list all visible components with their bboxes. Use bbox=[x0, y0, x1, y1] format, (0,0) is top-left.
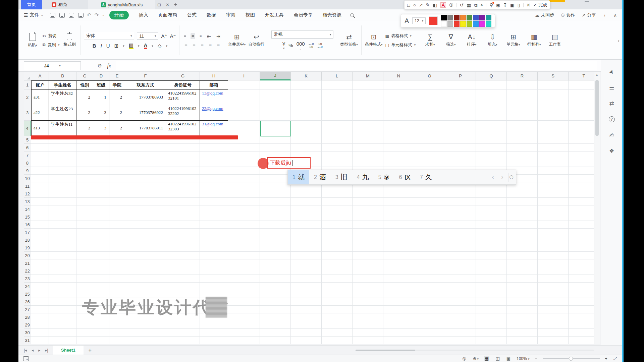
cell-B22[interactable] bbox=[49, 267, 76, 275]
cell-B3[interactable]: 学生姓名23 bbox=[49, 105, 76, 121]
cell-M15[interactable] bbox=[353, 213, 383, 221]
cell-P23[interactable] bbox=[445, 275, 476, 283]
cell-G19[interactable] bbox=[166, 244, 200, 252]
row-header-6[interactable]: 6 bbox=[24, 144, 31, 152]
menu-item-页面布局[interactable]: 页面布局 bbox=[158, 12, 177, 18]
cell-H17[interactable] bbox=[200, 229, 228, 236]
cell-G22[interactable] bbox=[166, 267, 200, 275]
cell-E11[interactable] bbox=[109, 182, 125, 190]
cell-L17[interactable] bbox=[322, 229, 353, 236]
cell-A25[interactable] bbox=[31, 290, 49, 298]
cell-O29[interactable] bbox=[414, 321, 445, 329]
font-name-select[interactable]: 宋体▾ bbox=[84, 32, 134, 40]
cell-J25[interactable] bbox=[260, 290, 291, 298]
format-painter-button[interactable]: 格式刷 bbox=[62, 34, 77, 47]
cell-R27[interactable] bbox=[507, 306, 538, 313]
cell-H9[interactable] bbox=[200, 167, 228, 175]
cell-L25[interactable] bbox=[322, 290, 353, 298]
cell-L22[interactable] bbox=[322, 267, 353, 275]
cell-Q3[interactable] bbox=[476, 105, 507, 121]
cell-S25[interactable] bbox=[538, 290, 569, 298]
cell-E29[interactable] bbox=[109, 321, 125, 329]
cell-A18[interactable] bbox=[31, 236, 49, 244]
cell-I6[interactable] bbox=[228, 144, 260, 152]
cell-O22[interactable] bbox=[414, 267, 445, 275]
cell-A27[interactable] bbox=[31, 306, 49, 313]
increase-decimal-icon[interactable]: ←.0.00 bbox=[308, 43, 314, 49]
cell-L30[interactable] bbox=[322, 329, 353, 337]
cell-D18[interactable] bbox=[93, 236, 109, 244]
distribute-button[interactable]: ≡ bbox=[216, 42, 221, 48]
column-header-I[interactable]: I bbox=[228, 72, 260, 80]
cell-S12[interactable] bbox=[538, 190, 569, 198]
cell-G18[interactable] bbox=[166, 236, 200, 244]
row-header-23[interactable]: 23 bbox=[24, 275, 31, 283]
cell-P25[interactable] bbox=[445, 290, 476, 298]
cell-O23[interactable] bbox=[414, 275, 445, 283]
cell-S26[interactable] bbox=[538, 298, 569, 306]
cell-O30[interactable] bbox=[414, 329, 445, 337]
cell-D13[interactable] bbox=[93, 198, 109, 205]
cell-S30[interactable] bbox=[538, 329, 569, 337]
cell-D29[interactable] bbox=[93, 321, 109, 329]
mosaic-icon[interactable]: ▦ bbox=[467, 3, 471, 7]
cell-O2[interactable] bbox=[414, 90, 445, 105]
palette-color-swatch[interactable] bbox=[486, 21, 491, 27]
cell-J2[interactable] bbox=[260, 90, 291, 105]
cell-Q7[interactable] bbox=[476, 152, 507, 159]
cell-G14[interactable] bbox=[166, 205, 200, 213]
cell-L19[interactable] bbox=[322, 244, 353, 252]
cell-I28[interactable] bbox=[228, 313, 260, 321]
palette-color-swatch[interactable] bbox=[447, 15, 453, 20]
cell-I14[interactable] bbox=[228, 205, 260, 213]
cell-M14[interactable] bbox=[353, 205, 383, 213]
conditional-format-button[interactable]: ⊡ 条件格式▾ bbox=[365, 34, 383, 47]
cell-I26[interactable] bbox=[228, 298, 260, 306]
menu-item-开发工具[interactable]: 开发工具 bbox=[265, 12, 284, 18]
cell-S16[interactable] bbox=[538, 221, 569, 229]
cell-D7[interactable] bbox=[93, 152, 109, 159]
horizontal-scrollbar[interactable] bbox=[356, 350, 594, 351]
cell-B9[interactable] bbox=[49, 167, 76, 175]
menu-item-插入[interactable]: 插入 bbox=[139, 12, 148, 18]
cell-Q21[interactable] bbox=[476, 259, 507, 267]
cell-A22[interactable] bbox=[31, 267, 49, 275]
ime-candidate-5[interactable]: 5⑨ bbox=[374, 170, 394, 184]
cell-O17[interactable] bbox=[414, 229, 445, 236]
cell-G20[interactable] bbox=[166, 252, 200, 259]
cell-J30[interactable] bbox=[260, 329, 291, 337]
cell-S24[interactable] bbox=[538, 283, 569, 290]
column-header-L[interactable]: L bbox=[322, 72, 353, 80]
palette-color-swatch[interactable] bbox=[479, 21, 485, 27]
cell-D21[interactable] bbox=[93, 259, 109, 267]
cell-I24[interactable] bbox=[228, 283, 260, 290]
cell-E13[interactable] bbox=[109, 198, 125, 205]
row-header-12[interactable]: 12 bbox=[24, 190, 31, 198]
cell-D15[interactable] bbox=[93, 213, 109, 221]
cell-M2[interactable] bbox=[353, 90, 383, 105]
cell-C20[interactable] bbox=[76, 252, 93, 259]
zoom-slider-knob[interactable] bbox=[569, 357, 573, 361]
cell-L3[interactable] bbox=[322, 105, 353, 121]
collaborate-button[interactable]: ⚇协作 bbox=[561, 12, 575, 18]
cell-O20[interactable] bbox=[414, 252, 445, 259]
cell-B21[interactable] bbox=[49, 259, 76, 267]
cell-L18[interactable] bbox=[322, 236, 353, 244]
tab-home[interactable]: 首页 bbox=[21, 0, 42, 9]
cell-Q24[interactable] bbox=[476, 283, 507, 290]
palette-color-swatch[interactable] bbox=[486, 15, 491, 20]
currency-icon[interactable]: ¥▾ bbox=[282, 41, 285, 50]
cell-Q25[interactable] bbox=[476, 290, 507, 298]
cell-L16[interactable] bbox=[322, 221, 353, 229]
cell-N7[interactable] bbox=[383, 152, 414, 159]
cell-H14[interactable] bbox=[200, 205, 228, 213]
cell-K29[interactable] bbox=[291, 321, 322, 329]
cell-A29[interactable] bbox=[31, 321, 49, 329]
cell-A23[interactable] bbox=[31, 275, 49, 283]
download-icon[interactable]: ↧ bbox=[503, 3, 507, 7]
eye-protect-icon[interactable]: ◎ bbox=[462, 356, 467, 361]
sheet-next-icon[interactable]: ▸ bbox=[38, 348, 40, 353]
cell-E17[interactable] bbox=[109, 229, 125, 236]
cell-O21[interactable] bbox=[414, 259, 445, 267]
cell-P26[interactable] bbox=[445, 298, 476, 306]
